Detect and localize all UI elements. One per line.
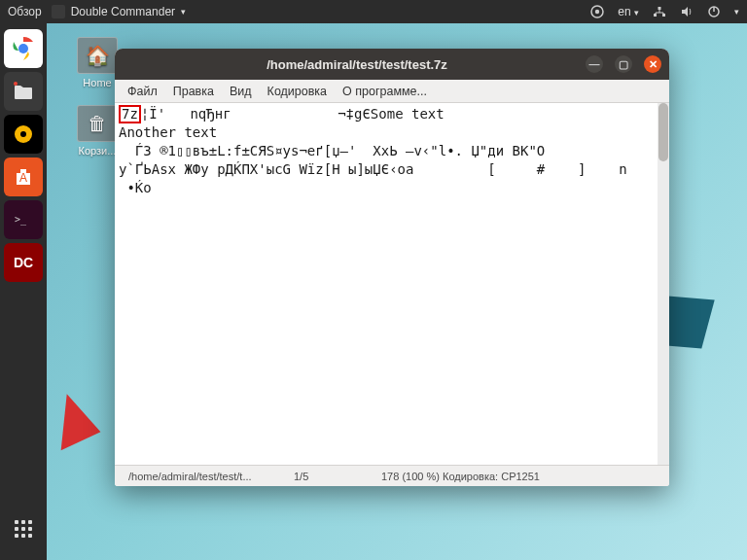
svg-rect-3: [662, 14, 665, 17]
home-folder-icon: 🏠: [77, 37, 118, 74]
menu-encoding[interactable]: Кодировка: [261, 83, 334, 100]
svg-point-10: [20, 131, 26, 137]
svg-rect-4: [658, 7, 661, 10]
power-icon[interactable]: [707, 5, 721, 18]
launcher-dock: A >_ DC: [0, 23, 47, 560]
status-path: /home/admiral/test/test/t...: [121, 471, 286, 482]
text-viewer-area[interactable]: 7z¦Ï' nqЂнг ¬‡gЄSome text Another text Ѓ…: [115, 103, 669, 465]
scrollbar-thumb[interactable]: [658, 103, 668, 161]
menu-bar: Файл Правка Вид Кодировка О программе...: [115, 80, 669, 103]
app-menu[interactable]: Double Commander ▾: [52, 5, 186, 18]
status-position: 1/5: [286, 471, 374, 482]
launcher-software[interactable]: A: [4, 158, 43, 196]
chevron-down-icon: ▾: [181, 7, 186, 17]
network-icon[interactable]: [653, 5, 666, 18]
input-language-indicator[interactable]: en ▾: [618, 5, 639, 18]
svg-point-8: [14, 82, 18, 86]
close-button[interactable]: ✕: [644, 55, 661, 73]
svg-point-7: [18, 44, 28, 53]
launcher-files[interactable]: [4, 72, 43, 111]
window-title: /home/admiral/test/test/test.7z: [128, 57, 586, 72]
activities-button[interactable]: Обзор: [8, 5, 42, 18]
menu-about[interactable]: О программе...: [336, 83, 434, 100]
top-panel: Обзор Double Commander ▾ en ▾ ▾: [0, 0, 747, 23]
show-applications-button[interactable]: [4, 509, 43, 548]
launcher-terminal[interactable]: >_: [4, 200, 43, 239]
app-name-label: Double Commander: [71, 5, 175, 18]
trash-icon: 🗑: [77, 105, 118, 142]
menu-view[interactable]: Вид: [223, 83, 259, 100]
maximize-button[interactable]: ▢: [615, 55, 632, 73]
chrome-indicator-icon[interactable]: [590, 5, 604, 18]
chevron-down-icon: ▾: [734, 7, 739, 17]
svg-text:>_: >_: [15, 214, 27, 226]
menu-edit[interactable]: Правка: [166, 83, 221, 100]
launcher-chrome[interactable]: [4, 29, 43, 68]
viewer-window: /home/admiral/test/test/test.7z — ▢ ✕ Фа…: [115, 49, 669, 486]
menu-file[interactable]: Файл: [121, 83, 164, 100]
svg-rect-2: [654, 14, 657, 17]
double-commander-icon: [52, 5, 65, 18]
launcher-double-commander[interactable]: DC: [4, 243, 43, 282]
vertical-scrollbar[interactable]: [658, 103, 669, 465]
chevron-down-icon: ▾: [634, 8, 639, 18]
status-encoding: 178 (100 %) Кодировка: CP1251: [374, 471, 568, 482]
window-titlebar[interactable]: /home/admiral/test/test/test.7z — ▢ ✕: [115, 49, 669, 80]
status-bar: /home/admiral/test/test/t... 1/5 178 (10…: [115, 465, 669, 486]
launcher-rhythmbox[interactable]: [4, 115, 43, 154]
svg-point-1: [595, 10, 599, 14]
volume-icon[interactable]: [680, 5, 694, 18]
svg-text:A: A: [19, 171, 27, 185]
text-content: 7z¦Ï' nqЂнг ¬‡gЄSome text Another text Ѓ…: [115, 103, 658, 465]
minimize-button[interactable]: —: [586, 55, 603, 73]
magic-highlight: 7z: [119, 105, 141, 123]
